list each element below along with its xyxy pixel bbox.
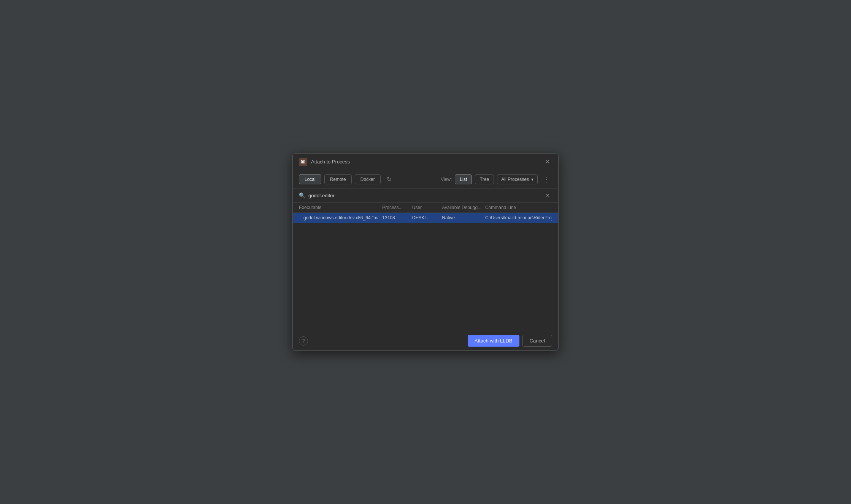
col-header-executable: Executable	[299, 205, 379, 210]
cell-process: 13108	[382, 215, 409, 220]
clear-search-button[interactable]: ✕	[543, 192, 552, 199]
cell-executable: godot.windows.editor.dev.x86_64 "mai...	[299, 215, 379, 220]
cell-cmdline: C:\Users\khalid-mini-pc\RiderProjects\go…	[485, 215, 552, 220]
search-input[interactable]	[308, 193, 540, 198]
more-options-button[interactable]: ⋮	[541, 174, 552, 184]
search-icon: 🔍	[299, 192, 305, 198]
search-bar: 🔍 ✕	[293, 189, 558, 203]
dialog-title: Attach to Process	[311, 159, 539, 165]
refresh-button[interactable]: ↻	[384, 174, 395, 184]
toolbar: Local Remote Docker ↻ View: List Tree Al…	[293, 170, 558, 189]
col-header-cmdline: Command Line	[485, 205, 552, 210]
col-header-process: Process...	[382, 205, 409, 210]
close-button[interactable]: ✕	[543, 157, 552, 166]
app-icon: RD	[299, 158, 307, 166]
view-list-button[interactable]: List	[455, 174, 472, 184]
cell-debugger: Native	[442, 215, 482, 220]
cancel-button[interactable]: Cancel	[522, 335, 552, 347]
footer: ? Attach with LLDB Cancel	[293, 331, 558, 350]
col-header-debugger: Available Debugg...	[442, 205, 482, 210]
dropdown-arrow-icon: ▾	[531, 177, 533, 182]
table-header: Executable Process... User Available Deb…	[293, 203, 558, 213]
cell-user: DESKT...	[412, 215, 439, 220]
table-row[interactable]: godot.windows.editor.dev.x86_64 "mai... …	[293, 213, 558, 223]
filter-dropdown[interactable]: All Processes ▾	[497, 174, 538, 184]
attach-to-process-dialog: RD Attach to Process ✕ Local Remote Dock…	[292, 153, 559, 351]
tab-remote[interactable]: Remote	[324, 174, 352, 184]
tab-local[interactable]: Local	[299, 174, 321, 184]
view-label: View:	[441, 177, 452, 182]
table-body: godot.windows.editor.dev.x86_64 "mai... …	[293, 213, 558, 331]
help-button[interactable]: ?	[299, 336, 308, 346]
svg-text:RD: RD	[301, 160, 305, 164]
title-bar: RD Attach to Process ✕	[293, 154, 558, 170]
col-header-user: User	[412, 205, 439, 210]
attach-button[interactable]: Attach with LLDB	[468, 335, 519, 347]
toolbar-right: View: List Tree All Processes ▾ ⋮	[441, 174, 552, 184]
filter-label: All Processes	[501, 177, 529, 182]
footer-actions: Attach with LLDB Cancel	[468, 335, 552, 347]
tab-docker[interactable]: Docker	[355, 174, 381, 184]
view-tree-button[interactable]: Tree	[475, 174, 494, 184]
